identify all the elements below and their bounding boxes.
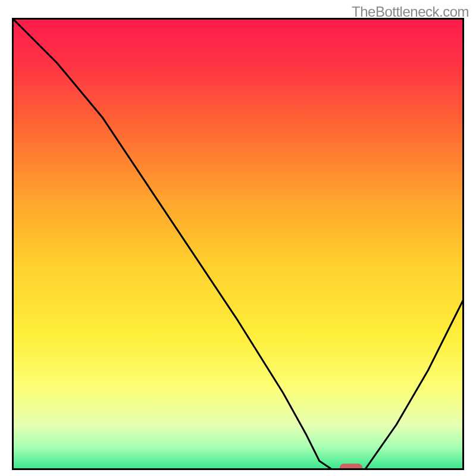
- bottleneck-plot: [12, 18, 464, 470]
- chart-container: TheBottleneck.com: [0, 0, 476, 476]
- plot-frame: [12, 18, 464, 470]
- watermark-text: TheBottleneck.com: [352, 4, 469, 20]
- plot-background: [12, 18, 464, 470]
